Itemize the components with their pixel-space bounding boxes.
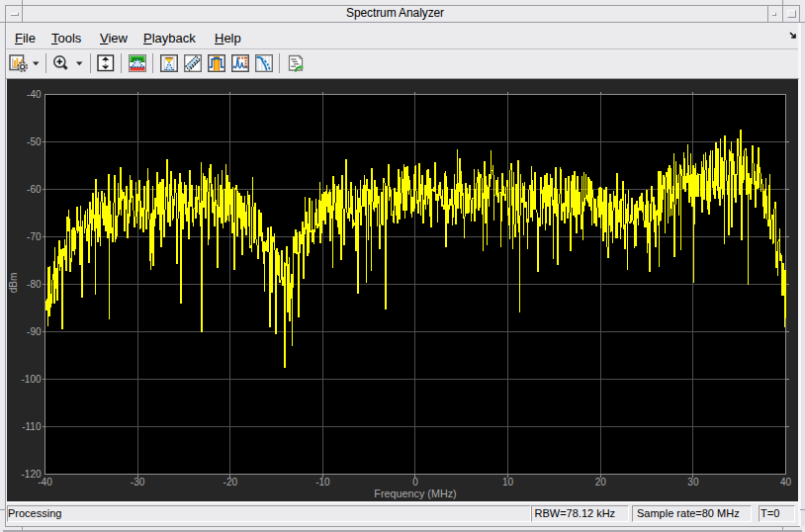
svg-text:20: 20 [595, 477, 607, 488]
svg-text:-110: -110 [22, 421, 42, 432]
svg-text:-30: -30 [131, 477, 145, 488]
svg-text:-120: -120 [21, 469, 41, 480]
svg-text:-40: -40 [27, 89, 42, 100]
svg-text:Frequency (MHz): Frequency (MHz) [374, 488, 456, 499]
svg-text:-10: -10 [315, 477, 330, 488]
svg-text:10: 10 [502, 477, 514, 488]
svg-text:dBm: dBm [8, 273, 19, 294]
svg-text:0: 0 [412, 477, 418, 488]
svg-text:-70: -70 [27, 231, 42, 242]
svg-text:-60: -60 [27, 184, 42, 195]
svg-text:-100: -100 [21, 374, 41, 385]
svg-text:40: 40 [780, 477, 792, 488]
svg-text:30: 30 [687, 477, 699, 488]
svg-text:-20: -20 [224, 477, 238, 488]
svg-text:-90: -90 [27, 326, 42, 337]
svg-text:-80: -80 [27, 279, 42, 290]
svg-text:-50: -50 [27, 136, 42, 147]
